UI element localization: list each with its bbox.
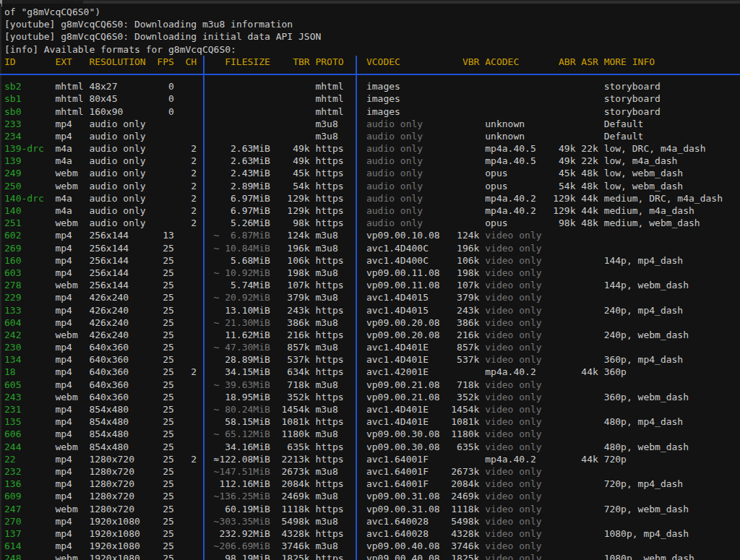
format-acodec: video only bbox=[485, 341, 541, 353]
format-asr: 22k bbox=[581, 142, 598, 155]
format-acodec: video only bbox=[485, 279, 541, 291]
format-acodec: video only bbox=[485, 503, 541, 515]
format-id: 139 bbox=[4, 155, 50, 167]
format-resolution: 48x27 bbox=[89, 80, 117, 92]
format-vcodec: avc1.64001F bbox=[366, 453, 429, 465]
format-ext: mp4 bbox=[55, 366, 72, 378]
header-filesize: FILESIZE bbox=[214, 56, 270, 68]
format-vbr: 198k bbox=[451, 267, 479, 279]
format-ext: mp4 bbox=[55, 453, 72, 465]
format-vbr: 4328k bbox=[451, 527, 479, 540]
format-protocol: https bbox=[315, 391, 343, 403]
format-asr: 48k bbox=[581, 217, 598, 229]
format-vcodec: avc1.4D401E bbox=[366, 403, 429, 415]
format-vcodec: audio only bbox=[366, 192, 423, 204]
format-filesize: 58.15MiB bbox=[214, 415, 270, 428]
format-acodec: video only bbox=[485, 316, 541, 329]
format-more-info: storyboard bbox=[604, 105, 661, 118]
format-vcodec: vp09.00.21.08 bbox=[366, 391, 440, 403]
format-tbr: 1180k bbox=[282, 428, 310, 440]
format-tbr: 634k bbox=[282, 366, 310, 378]
format-acodec: mp4a.40.2 bbox=[485, 192, 535, 204]
format-tbr: 718k bbox=[282, 379, 310, 391]
format-id: 134 bbox=[4, 353, 50, 366]
format-id: 140 bbox=[4, 204, 50, 217]
format-id: sb2 bbox=[4, 80, 50, 92]
format-fps: 25 bbox=[157, 366, 173, 378]
format-ext: mhtml bbox=[55, 105, 83, 118]
format-vbr: 107k bbox=[451, 279, 479, 291]
format-fps: 25 bbox=[157, 242, 173, 254]
format-filesize: 2.89MiB bbox=[214, 180, 270, 192]
format-filesize: 6.97MiB bbox=[214, 192, 270, 204]
format-vcodec: avc1.640028 bbox=[366, 515, 429, 527]
format-id: 244 bbox=[4, 441, 50, 453]
format-resolution: 426x240 bbox=[89, 291, 129, 303]
format-ext: mp4 bbox=[55, 118, 72, 130]
header-acodec: ACODEC bbox=[485, 56, 519, 68]
format-protocol: https bbox=[315, 329, 343, 341]
format-row: 231 mp4 854x480 25 ~ 80.24MiB 1454k m3u8… bbox=[4, 403, 740, 415]
header-separator-row bbox=[4, 68, 740, 80]
format-more-info: storyboard bbox=[604, 80, 661, 92]
format-id: 609 bbox=[4, 490, 50, 502]
format-acodec: mp4a.40.2 bbox=[485, 204, 535, 217]
format-row: 270 mp4 1920x1080 25 ~303.35MiB 5498k m3… bbox=[4, 515, 740, 527]
format-row: sb1 mhtml 80x45 0 mhtml images storyboar… bbox=[4, 92, 740, 105]
format-tbr: 54k bbox=[282, 180, 310, 192]
format-resolution: audio only bbox=[89, 180, 145, 192]
terminal-output: of "g8mVcqCQ6S0") [youtube] g8mVcqCQ6S0:… bbox=[4, 6, 740, 560]
terminal-window: { "colors": { "background": "#131313", "… bbox=[0, 0, 740, 560]
format-ext: mp4 bbox=[55, 403, 72, 415]
format-id: 22 bbox=[4, 453, 50, 465]
top-scrollbar-thumb[interactable] bbox=[83, 1, 740, 4]
format-vcodec: avc1.42001E bbox=[366, 366, 429, 378]
format-asr: 48k bbox=[581, 180, 598, 192]
format-vcodec: vp09.00.20.08 bbox=[366, 316, 440, 329]
format-vbr: 379k bbox=[451, 291, 479, 303]
format-row: 139-drc m4a audio only 2 2.63MiB 49k htt… bbox=[4, 142, 740, 155]
header-asr: ASR bbox=[581, 56, 598, 68]
format-tbr: 1118k bbox=[282, 503, 310, 515]
format-id: 251 bbox=[4, 217, 50, 229]
format-row: 133 mp4 426x240 25 13.10MiB 243k https a… bbox=[4, 304, 740, 316]
format-acodec: video only bbox=[485, 428, 541, 440]
format-abr: 129k bbox=[553, 192, 575, 204]
format-fps: 25 bbox=[157, 465, 173, 478]
format-resolution: 160x90 bbox=[89, 105, 123, 118]
format-row: 604 mp4 426x240 25 ~ 21.30MiB 386k m3u8 … bbox=[4, 316, 740, 329]
format-fps: 25 bbox=[157, 503, 173, 515]
format-row: 242 webm 426x240 25 11.62MiB 216k https … bbox=[4, 329, 740, 341]
format-more-info: 480p, webm_dash bbox=[604, 441, 689, 453]
format-vcodec: audio only bbox=[366, 155, 423, 167]
format-channels: 2 bbox=[180, 366, 197, 378]
format-acodec: video only bbox=[485, 465, 541, 478]
format-acodec: video only bbox=[485, 552, 541, 560]
format-filesize: 2.43MiB bbox=[214, 167, 270, 179]
format-acodec: video only bbox=[485, 267, 541, 279]
format-ext: mp4 bbox=[55, 291, 72, 303]
format-id: 18 bbox=[4, 366, 50, 378]
format-id: 137 bbox=[4, 527, 50, 540]
format-id: 603 bbox=[4, 267, 50, 279]
format-vbr: 386k bbox=[451, 316, 479, 329]
format-id: 135 bbox=[4, 415, 50, 428]
format-more-info: 1080p, webm_dash bbox=[604, 552, 694, 560]
format-ext: mp4 bbox=[55, 267, 72, 279]
header-ext: EXT bbox=[55, 56, 72, 68]
log-line-available-formats: [info] Available formats for g8mVcqCQ6S0… bbox=[4, 43, 740, 56]
format-vcodec: audio only bbox=[366, 204, 423, 217]
format-tbr: 98k bbox=[282, 217, 310, 229]
format-table-header: ID EXT RESOLUTION FPS CH FILESIZE TBR PR… bbox=[4, 56, 740, 68]
format-acodec: video only bbox=[485, 304, 541, 316]
format-vcodec: audio only bbox=[366, 142, 423, 155]
format-row: 244 webm 854x480 25 34.16MiB 635k https … bbox=[4, 441, 740, 453]
format-filesize: 112.16MiB bbox=[214, 478, 270, 490]
format-acodec: video only bbox=[485, 329, 541, 341]
format-filesize: 11.62MiB bbox=[214, 329, 270, 341]
format-more-info: Default bbox=[604, 130, 644, 142]
format-id: 270 bbox=[4, 515, 50, 527]
format-row: 251 webm audio only 2 5.26MiB 98k https … bbox=[4, 217, 740, 229]
format-row: 250 webm audio only 2 2.89MiB 54k https … bbox=[4, 180, 740, 192]
format-resolution: 426x240 bbox=[89, 316, 129, 329]
